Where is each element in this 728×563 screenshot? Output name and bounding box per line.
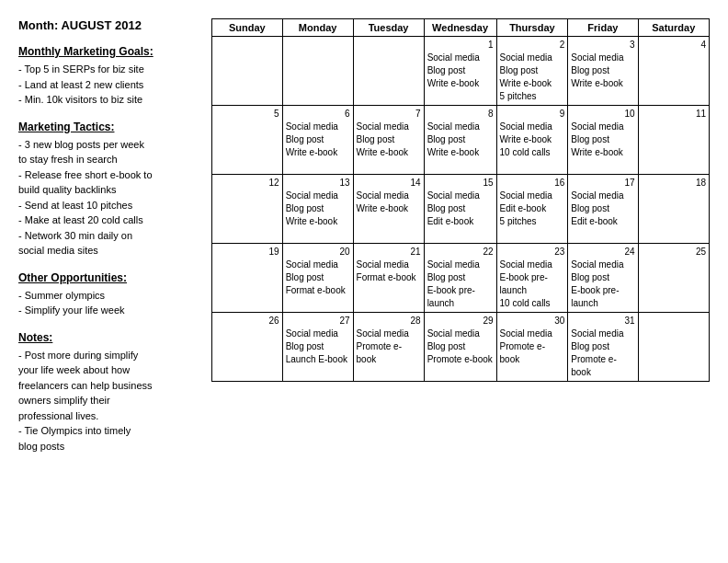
notes-items: - Post more during simplify your life we… — [18, 348, 193, 454]
cell-content: Social media Blog post Write e-book — [571, 121, 634, 159]
day-number: 27 — [286, 315, 350, 327]
goals-section: Monthly Marketing Goals: - Top 5 in SERP… — [18, 45, 193, 108]
calendar-cell: 15Social media Blog post Edit e-book — [424, 175, 496, 244]
calendar-cell: 11 — [638, 106, 710, 175]
cell-content: Social media Blog post Write e-book — [286, 121, 350, 159]
day-number: 1 — [427, 39, 494, 52]
notes-heading: Notes: — [18, 331, 193, 344]
day-number: 18 — [642, 177, 707, 190]
cell-content: Social media Blog post Write e-book — [286, 190, 350, 228]
calendar-week-1: 56Social media Blog post Write e-book7So… — [212, 106, 710, 175]
day-number: 30 — [500, 315, 565, 327]
day-number: 11 — [642, 108, 707, 121]
calendar-cell: 30Social media Promote e-book — [496, 313, 568, 382]
calendar-table: SundayMondayTuesdayWednesdayThursdayFrid… — [211, 18, 710, 382]
day-number: 29 — [427, 315, 494, 327]
calendar-cell: 20Social media Blog post Format e-book — [282, 244, 353, 313]
calendar-cell — [282, 37, 353, 106]
goals-heading: Monthly Marketing Goals: — [18, 45, 193, 58]
day-number: 7 — [357, 108, 421, 121]
cell-content: Social media Blog post Write e-book — [571, 52, 634, 90]
cell-content: Social media Blog post Promote e-book — [427, 327, 494, 366]
calendar-header-monday: Monday — [282, 19, 353, 37]
calendar-cell: 4 — [638, 37, 710, 106]
day-number: 6 — [286, 108, 350, 121]
calendar-cell: 9Social media Write e-book 10 cold calls — [496, 106, 568, 175]
cell-content: Social media Blog post Write e-book 5 pi… — [500, 52, 565, 103]
day-number: 15 — [427, 177, 494, 190]
opportunities-section: Other Opportunities: - Summer olympics -… — [18, 271, 193, 318]
day-number: 19 — [215, 246, 279, 259]
day-number: 14 — [357, 177, 421, 190]
cell-content: Social media Write e-book 10 cold calls — [500, 121, 565, 159]
cell-content: Social media Blog post Launch E-book — [286, 327, 350, 366]
calendar-cell: 19 — [212, 244, 283, 313]
tactics-heading: Marketing Tactics: — [18, 121, 193, 133]
goals-items: - Top 5 in SERPs for biz site - Land at … — [18, 62, 193, 108]
cell-content: Social media Blog post Write e-book — [357, 121, 421, 159]
tactics-items: - 3 new blog posts per week to stay fres… — [18, 137, 193, 259]
cell-content: Social media Blog post E-book pre-launch — [571, 259, 634, 310]
day-number: 3 — [571, 39, 634, 52]
day-number: 24 — [571, 246, 634, 259]
calendar-cell: 27Social media Blog post Launch E-book — [282, 313, 353, 382]
day-number: 4 — [642, 39, 707, 52]
day-number: 10 — [571, 108, 634, 121]
calendar-header-friday: Friday — [568, 19, 638, 37]
day-number: 26 — [215, 315, 279, 327]
calendar-header-thursday: Thursday — [496, 19, 568, 37]
calendar-cell: 16Social media Edit e-book 5 pitches — [496, 175, 568, 244]
calendar-cell: 17Social media Blog post Edit e-book — [568, 175, 638, 244]
day-number: 12 — [215, 177, 279, 190]
day-number: 25 — [642, 246, 707, 259]
calendar-cell: 6Social media Blog post Write e-book — [282, 106, 353, 175]
calendar-cell: 31Social media Blog post Promote e-book — [568, 313, 638, 382]
cell-content: Social media Blog post Edit e-book — [427, 190, 494, 228]
day-number: 23 — [500, 246, 565, 259]
cell-content: Social media Format e-book — [357, 259, 421, 284]
calendar-header-saturday: Saturday — [638, 19, 710, 37]
tactics-section: Marketing Tactics: - 3 new blog posts pe… — [18, 121, 193, 259]
opportunities-heading: Other Opportunities: — [18, 271, 193, 284]
calendar-header-sunday: Sunday — [212, 19, 283, 37]
calendar-cell: 5 — [212, 106, 283, 175]
day-number: 9 — [500, 108, 565, 121]
calendar-cell: 18 — [638, 175, 710, 244]
day-number: 22 — [427, 246, 494, 259]
cell-content: Social media Blog post Format e-book — [286, 259, 350, 297]
calendar-cell: 12 — [212, 175, 283, 244]
day-number: 21 — [357, 246, 421, 259]
day-number: 2 — [500, 39, 565, 52]
page: Month: AUGUST 2012 Monthly Marketing Goa… — [18, 18, 710, 466]
cell-content: Social media Blog post Promote e-book — [571, 327, 634, 379]
calendar-cell — [638, 313, 710, 382]
calendar-cell — [212, 37, 283, 106]
day-number: 17 — [571, 177, 634, 190]
cell-content: Social media Blog post E-book pre-launch — [427, 259, 494, 310]
calendar-cell: 8Social media Blog post Write e-book — [424, 106, 496, 175]
sidebar: Month: AUGUST 2012 Monthly Marketing Goa… — [18, 18, 202, 466]
calendar-cell: 3Social media Blog post Write e-book — [568, 37, 638, 106]
calendar-cell: 22Social media Blog post E-book pre-laun… — [424, 244, 496, 313]
calendar-cell: 28Social media Promote e-book — [353, 313, 424, 382]
day-number: 20 — [286, 246, 350, 259]
calendar-cell: 29Social media Blog post Promote e-book — [424, 313, 496, 382]
day-number: 8 — [427, 108, 494, 121]
day-number: 16 — [500, 177, 565, 190]
month-title: Month: AUGUST 2012 — [18, 18, 193, 32]
cell-content: Social media Blog post Write e-book — [427, 121, 494, 159]
calendar-cell: 2Social media Blog post Write e-book 5 p… — [496, 37, 568, 106]
cell-content: Social media Blog post Write e-book — [427, 52, 494, 90]
calendar-header-row: SundayMondayTuesdayWednesdayThursdayFrid… — [212, 19, 710, 37]
calendar-cell: 14Social media Write e-book — [353, 175, 424, 244]
day-number: 28 — [357, 315, 421, 327]
calendar-cell: 13Social media Blog post Write e-book — [282, 175, 353, 244]
day-number: 31 — [571, 315, 634, 327]
calendar-week-3: 1920Social media Blog post Format e-book… — [212, 244, 710, 313]
notes-section: Notes: - Post more during simplify your … — [18, 331, 193, 454]
day-number: 13 — [286, 177, 350, 190]
calendar-cell: 23Social media E-book pre-launch 10 cold… — [496, 244, 568, 313]
calendar-container: SundayMondayTuesdayWednesdayThursdayFrid… — [211, 18, 710, 466]
cell-content: Social media Edit e-book 5 pitches — [500, 190, 565, 228]
calendar-week-2: 1213Social media Blog post Write e-book1… — [212, 175, 710, 244]
